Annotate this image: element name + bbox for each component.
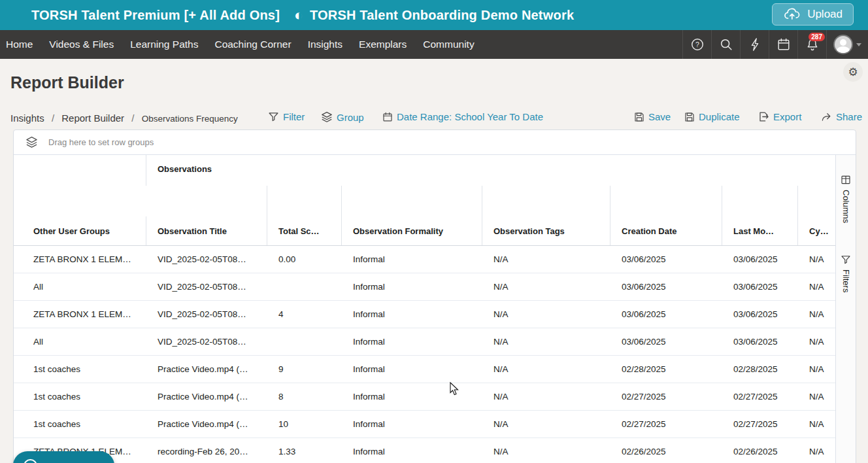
cell: 03/06/2025: [610, 309, 722, 319]
nav-item-community[interactable]: Community: [423, 39, 474, 50]
search-icon: [719, 37, 733, 52]
cell: N/A: [482, 282, 610, 292]
table-row: 1st coaches Practice Video.mp4 (… 8 Info…: [14, 383, 835, 411]
cell: N/A: [798, 364, 835, 374]
cell: 02/28/2025: [722, 364, 798, 374]
cell: 0.00: [267, 254, 342, 264]
col-header-total-score[interactable]: Total Sc…: [267, 216, 342, 245]
col-header-last-modified[interactable]: Last Mo…: [722, 216, 798, 245]
main-nav: Home Videos & Files Learning Paths Coach…: [0, 30, 868, 59]
cell: N/A: [482, 337, 610, 347]
col-header-other-user-groups[interactable]: Other User Groups: [14, 216, 146, 245]
cell: Informal: [342, 392, 482, 402]
export-label: Export: [773, 111, 801, 122]
grid-body: Observations Other User Groups Observati…: [14, 155, 835, 463]
columns-icon: [841, 175, 851, 185]
cell: N/A: [798, 392, 835, 402]
breadcrumb-report-builder[interactable]: Report Builder: [61, 112, 124, 124]
svg-text:?: ?: [695, 41, 699, 48]
table-row: ZETA BRONX 1 ELEM… VID_2025-02-05T08… 0.…: [14, 246, 835, 273]
group-label: Group: [337, 112, 364, 123]
cell: 03/06/2025: [722, 254, 798, 264]
cell: N/A: [482, 419, 610, 429]
cell: N/A: [798, 282, 835, 292]
cell: Practice Video.mp4 (…: [146, 392, 267, 402]
duplicate-button[interactable]: Duplicate: [684, 111, 740, 122]
cell: 4: [267, 309, 342, 319]
cell: 1st coaches: [14, 419, 146, 429]
page-title: Report Builder: [10, 73, 124, 92]
cell: N/A: [482, 392, 610, 402]
tab-columns[interactable]: Columns: [841, 175, 851, 223]
chevron-down-icon: [856, 43, 861, 46]
breadcrumb-current: Observations Frequency: [142, 114, 238, 124]
save-icon: [634, 112, 644, 122]
cell: N/A: [482, 364, 610, 374]
avatar: [833, 35, 853, 54]
col-header-observation-tags[interactable]: Observation Tags: [482, 216, 610, 245]
cell: 02/26/2025: [722, 447, 798, 456]
notifications-button[interactable]: 287: [797, 30, 826, 59]
table-row: 1st coaches Practice Video.mp4 (… 10 Inf…: [14, 411, 835, 438]
cell: VID_2025-02-05T08…: [146, 309, 267, 319]
search-button[interactable]: [711, 30, 740, 59]
group-header-observations: Observations: [146, 155, 835, 186]
share-button[interactable]: Share: [821, 111, 862, 122]
cell: 03/06/2025: [722, 282, 798, 292]
group-button[interactable]: Group: [321, 111, 364, 123]
calendar-button[interactable]: [769, 30, 797, 59]
col-header-cycle[interactable]: Cycle: [798, 216, 835, 245]
torsh-logo-icon: ◐: [294, 8, 303, 23]
nav-item-videos-files[interactable]: Videos & Files: [49, 39, 114, 50]
calendar-icon: [776, 37, 791, 52]
share-icon: [821, 111, 832, 122]
upload-button[interactable]: Upload: [772, 3, 854, 26]
plan-title: TORSH Talent Premium [+ All Add Ons]: [31, 8, 280, 23]
table-row: All VID_2025-02-05T08… Informal N/A 03/0…: [14, 328, 835, 356]
cell: N/A: [798, 419, 835, 429]
gear-icon: ⚙: [848, 65, 858, 79]
cell: Informal: [342, 254, 482, 264]
breadcrumb-insights[interactable]: Insights: [10, 112, 44, 124]
col-header-observation-title[interactable]: Observation Title: [146, 216, 267, 245]
column-header-row: Other User Groups Observation Title Tota…: [14, 216, 835, 246]
export-button[interactable]: Export: [758, 111, 801, 122]
report-grid: Drag here to set row groups Observations: [13, 129, 856, 463]
page-settings-button[interactable]: ⚙: [843, 62, 863, 82]
cell: 03/06/2025: [610, 282, 722, 292]
tab-filters-label: Filters: [841, 269, 851, 292]
col-header-creation-date[interactable]: Creation Date: [610, 216, 722, 245]
cell: 02/27/2025: [610, 419, 722, 429]
date-range-label: Date Range: School Year To Date: [397, 111, 543, 122]
cell: 02/26/2025: [610, 447, 722, 456]
cell: All: [14, 337, 146, 347]
col-header-observation-formality[interactable]: Observation Formality: [342, 216, 482, 245]
nav-item-exemplars[interactable]: Exemplars: [359, 39, 407, 50]
filter-button[interactable]: Filter: [268, 111, 305, 122]
upload-label: Upload: [807, 8, 843, 21]
nav-item-insights[interactable]: Insights: [308, 39, 342, 50]
table-row: ZETA BRONX 1 ELEM… recording-Feb 26, 20……: [14, 438, 835, 463]
breadcrumb-separator: /: [52, 112, 54, 124]
help-icon: ?: [690, 37, 705, 52]
nav-item-coaching-corner[interactable]: Coaching Corner: [214, 39, 291, 50]
nav-item-learning-paths[interactable]: Learning Paths: [130, 39, 198, 50]
nav-item-home[interactable]: Home: [6, 39, 33, 50]
cell: 9: [267, 364, 342, 374]
quick-actions-button[interactable]: [740, 30, 769, 59]
save-button[interactable]: Save: [634, 111, 671, 122]
chat-launcher[interactable]: ?: [13, 451, 114, 463]
help-button[interactable]: ?: [682, 30, 711, 59]
cell: 1st coaches: [14, 392, 146, 402]
cell: 02/28/2025: [610, 364, 722, 374]
tab-filters[interactable]: Filters: [841, 254, 851, 292]
cell: N/A: [482, 447, 610, 456]
row-group-dropzone[interactable]: Drag here to set row groups: [14, 130, 856, 155]
date-range-button[interactable]: Date Range: School Year To Date: [382, 111, 543, 122]
cell: Informal: [342, 282, 482, 292]
calendar-icon: [382, 112, 393, 122]
network-title: TORSH Talent Onboarding Demo Network: [310, 8, 574, 23]
account-menu-button[interactable]: [826, 30, 868, 59]
cell: N/A: [482, 254, 610, 264]
table-row: All VID_2025-02-05T08… Informal N/A 03/0…: [14, 273, 835, 301]
